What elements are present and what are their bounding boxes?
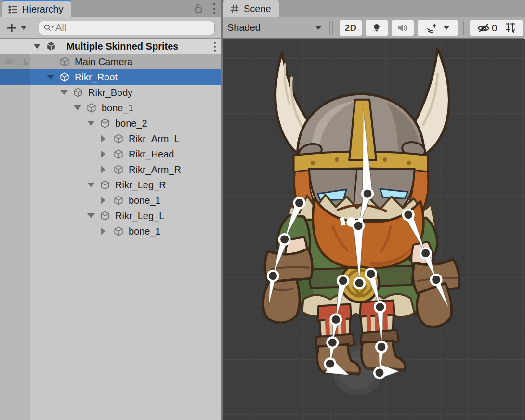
2d-toggle-button[interactable]: 2D	[340, 20, 362, 36]
hierarchy-list-icon	[8, 4, 18, 15]
panel-splitter[interactable]	[221, 0, 223, 420]
hierarchy-search-field[interactable]	[39, 21, 215, 35]
shading-mode-label: Shaded	[227, 22, 261, 33]
tree-row-rikr-head[interactable]: Rikr_Head	[0, 146, 221, 162]
gameobject-label: Rikr_Body	[88, 87, 132, 98]
foldout-caret[interactable]	[100, 131, 112, 146]
foldout-caret[interactable]	[86, 116, 99, 131]
gameobject-cube-icon	[99, 117, 111, 130]
hierarchy-toolbar	[0, 17, 221, 39]
gameobject-label: bone_1	[129, 226, 161, 237]
light-bulb-icon	[371, 22, 382, 34]
create-menu-caret-icon	[20, 26, 27, 30]
scene-grid-icon	[229, 3, 240, 14]
unity-scene-icon	[45, 40, 57, 52]
svg-text:Y: Y	[512, 28, 515, 34]
hidden-object-count: 0	[492, 22, 498, 34]
create-menu-button[interactable]	[6, 22, 27, 34]
foldout-caret[interactable]	[100, 146, 112, 162]
gameobject-cube-icon	[112, 148, 125, 160]
gameobject-label: Rikr_Leg_R	[115, 180, 166, 191]
picking-hand-icon[interactable]	[19, 56, 31, 67]
speaker-icon	[396, 22, 409, 34]
tree-row-leg-r-bone1[interactable]: bone_1	[0, 193, 221, 208]
hierarchy-panel: Hierarchy	[0, 0, 221, 420]
effects-dropdown-caret-icon[interactable]	[443, 26, 450, 30]
scene-header-row[interactable]: _Multiple Skinned Sprites	[0, 39, 221, 54]
gameobject-label: Rikr_Leg_L	[115, 210, 164, 222]
tree-row-rikr-leg-r[interactable]: Rikr_Leg_R	[0, 177, 221, 193]
tab-scene[interactable]: Scene	[223, 0, 279, 17]
eye-off-icon	[476, 22, 491, 34]
scene-visibility-toggle[interactable]: 0 Y	[470, 20, 523, 36]
gameobject-cube-icon	[99, 210, 111, 222]
scene-viewport[interactable]	[223, 39, 525, 420]
tree-row-main-camera[interactable]: Main Camera	[0, 54, 221, 69]
tab-hierarchy[interactable]: Hierarchy	[2, 0, 71, 17]
gameobject-label: bone_1	[102, 103, 134, 114]
gameobject-label: Rikr_Head	[129, 149, 174, 160]
tree-row-bone1[interactable]: bone_1	[0, 100, 221, 116]
chevron-down-icon	[315, 26, 322, 30]
effects-sparkle-icon	[426, 22, 439, 34]
tree-row-rikr-arm-r[interactable]: Rikr_Arm_R	[0, 162, 221, 177]
gameobject-label: Rikr_Root	[75, 72, 118, 83]
plus-icon	[6, 22, 17, 34]
gameobject-cube-icon	[85, 102, 98, 114]
scene-tab-label: Scene	[244, 3, 271, 14]
search-icon	[43, 23, 54, 33]
foldout-caret[interactable]	[32, 39, 45, 54]
grid-visibility-icon[interactable]: Y	[504, 22, 517, 34]
gameobject-cube-icon	[112, 163, 125, 176]
hierarchy-tab-label: Hierarchy	[22, 4, 64, 15]
tree-row-bone2[interactable]: bone_2	[0, 116, 221, 131]
gameobject-label: Rikr_Arm_L	[129, 133, 180, 144]
gameobject-label: Main Camera	[75, 56, 132, 67]
gameobject-label: bone_2	[115, 118, 147, 129]
scene-lighting-toggle[interactable]	[366, 20, 388, 36]
tree-row-leg-l-bone1[interactable]: bone_1	[0, 223, 221, 239]
scene-kebab-icon[interactable]	[213, 41, 217, 55]
scene-panel: Scene Shaded 2D	[223, 0, 525, 420]
unity-editor-window: Hierarchy	[0, 0, 525, 420]
tree-row-rikr-body[interactable]: Rikr_Body	[0, 85, 221, 100]
gameobject-cube-icon	[58, 71, 71, 83]
scene-effects-toggle[interactable]	[418, 20, 458, 36]
foldout-caret[interactable]	[86, 177, 99, 193]
foldout-caret[interactable]	[100, 193, 112, 208]
lock-open-icon[interactable]	[193, 3, 204, 14]
tree-row-rikr-arm-l[interactable]: Rikr_Arm_L	[0, 131, 221, 146]
foldout-caret[interactable]	[86, 208, 99, 223]
visibility-eye-icon[interactable]	[3, 56, 14, 67]
hierarchy-tabbar: Hierarchy	[0, 0, 221, 18]
shading-mode-dropdown[interactable]: Shaded	[224, 20, 327, 36]
scene-toolbar: Shaded 2D	[223, 17, 525, 39]
tree-row-rikr-leg-l[interactable]: Rikr_Leg_L	[0, 208, 221, 223]
gameobject-cube-icon	[112, 225, 125, 237]
scene-render	[223, 39, 525, 420]
foldout-caret[interactable]	[73, 100, 85, 116]
scene-name-label: _Multiple Skinned Sprites	[61, 41, 178, 52]
tree-row-rikr-root[interactable]: Rikr_Root	[0, 69, 221, 85]
gameobject-label: bone_1	[129, 195, 161, 206]
hierarchy-tree: _Multiple Skinned Sprites	[0, 39, 221, 420]
gameobject-cube-icon	[58, 55, 71, 68]
foldout-caret[interactable]	[100, 162, 112, 177]
gameobject-cube-icon	[112, 132, 125, 145]
gameobject-label: Rikr_Arm_R	[129, 164, 181, 175]
gameobject-cube-icon	[112, 194, 125, 207]
foldout-caret[interactable]	[46, 69, 58, 85]
gameobject-cube-icon	[99, 179, 111, 191]
kebab-menu-icon[interactable]	[212, 2, 217, 15]
scene-tabbar: Scene	[223, 0, 525, 18]
foldout-caret[interactable]	[59, 85, 72, 100]
search-input[interactable]	[54, 22, 210, 34]
gameobject-cube-icon	[72, 86, 84, 99]
scene-audio-toggle[interactable]	[392, 20, 414, 36]
2d-toggle-label: 2D	[345, 23, 356, 33]
foldout-caret[interactable]	[100, 223, 112, 239]
